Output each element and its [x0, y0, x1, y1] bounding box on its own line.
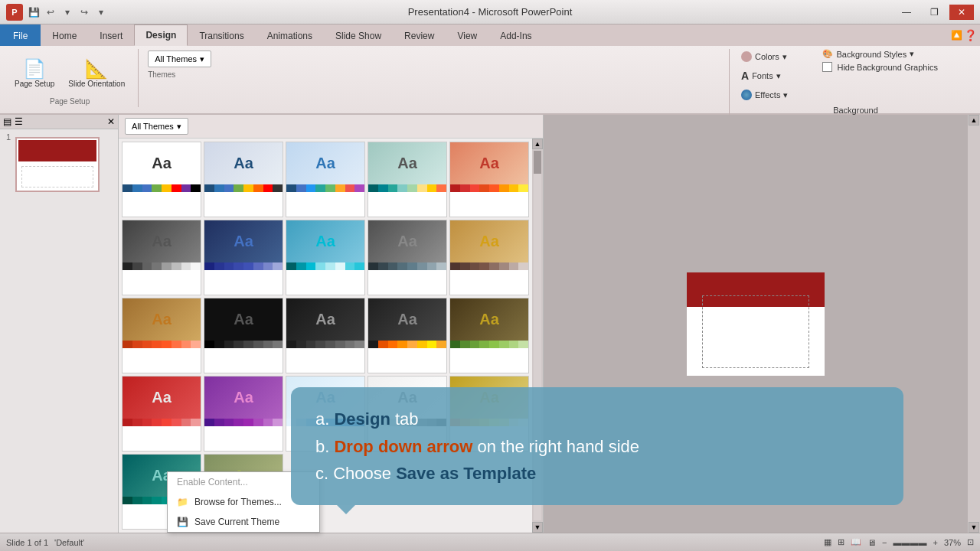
effects-icon [741, 90, 752, 100]
tooltip-b-bold: Drop down arrow [334, 437, 472, 456]
title-bar: P 💾 ↩ ▾ ↪ ▾ Presentation4 - Microsoft Po… [0, 0, 980, 24]
window-title: Presentation4 - Microsoft PowerPoint [408, 6, 573, 18]
tab-view[interactable]: View [446, 24, 488, 46]
tooltip-line-b: b. Drop down arrow on the right hand sid… [315, 433, 879, 460]
tab-slideshow[interactable]: Slide Show [324, 24, 393, 46]
theme-item-5[interactable]: Aa [449, 142, 529, 217]
theme-item-15[interactable]: Aa [449, 298, 529, 373]
theme-item-3[interactable]: Aa [286, 142, 365, 217]
tab-review[interactable]: Review [393, 24, 446, 46]
close-panel-icon[interactable]: ✕ [107, 116, 115, 127]
theme-item-9[interactable]: Aa [368, 220, 447, 295]
page-setup-group-label: Page Setup [50, 97, 90, 107]
tab-home[interactable]: Home [41, 24, 88, 46]
status-bar-right: ▦ ⊞ 📖 🖥 − ▬▬▬▬ + 37% ⊡ [824, 537, 974, 547]
minimize-button[interactable]: — [894, 5, 919, 20]
slides-icon: ▤ [3, 116, 11, 127]
bg-styles-icon: 🎨 [822, 49, 833, 59]
undo-qat-btn[interactable]: ↩ [43, 5, 58, 20]
slide-dotted-box [702, 295, 809, 368]
right-scrollbar[interactable]: ▲ ▼ [968, 115, 980, 533]
effects-button[interactable]: Effects ▾ [737, 87, 792, 103]
tooltip-bubble: a. Design tab b. Drop down arrow on the … [291, 387, 903, 505]
right-scroll-down[interactable]: ▼ [969, 522, 979, 533]
page-setup-btns: 📄 Page Setup 📐 Slide Orientation [9, 49, 130, 97]
redo-qat-btn[interactable]: ↪ [77, 5, 92, 20]
fit-slide-btn[interactable]: ⊡ [967, 537, 974, 547]
background-styles-button[interactable]: 🎨 Background Styles ▾ [822, 49, 937, 59]
colors-button[interactable]: Colors ▾ [737, 49, 792, 64]
slide-panel-header: ▤ ☰ ✕ [0, 115, 118, 129]
bg-styles-label: Background Styles [836, 50, 906, 59]
ribbon-tabs: File Home Insert Design Transitions Anim… [0, 24, 980, 46]
tooltip-line-a: a. Design tab [315, 406, 879, 432]
theme-item-4[interactable]: Aa [368, 142, 447, 217]
page-setup-button[interactable]: 📄 Page Setup [9, 56, 60, 90]
view-sorter-btn[interactable]: ⊞ [838, 537, 844, 547]
fonts-button[interactable]: A Fonts ▾ [737, 67, 792, 84]
effects-dropdown-arrow[interactable]: ▾ [783, 90, 788, 100]
view-presenter-btn[interactable]: 🖥 [867, 538, 876, 547]
maximize-button[interactable]: ❐ [922, 5, 946, 20]
zoom-out-btn[interactable]: − [882, 538, 887, 547]
tooltip-text: a. Design tab b. Drop down arrow on the … [315, 406, 879, 487]
tab-file[interactable]: File [0, 24, 41, 46]
theme-item-17[interactable]: Aa [204, 376, 283, 452]
scroll-thumb[interactable] [534, 151, 541, 174]
theme-item-1[interactable]: Aa [122, 142, 201, 217]
colors-label: Colors [755, 52, 779, 61]
theme-item-2[interactable]: Aa [204, 142, 283, 217]
tab-insert[interactable]: Insert [88, 24, 134, 46]
themes-section-label: Themes [148, 69, 720, 80]
save-current-theme-item[interactable]: 💾 Save Current Theme [168, 512, 319, 532]
colors-dropdown-arrow[interactable]: ▾ [782, 52, 787, 62]
bg-styles-dropdown-arrow[interactable]: ▾ [910, 49, 914, 59]
quick-access-toolbar: 💾 ↩ ▾ ↪ ▾ [26, 5, 109, 20]
tab-addins[interactable]: Add-Ins [488, 24, 543, 46]
zoom-in-btn[interactable]: + [933, 538, 938, 547]
themes-dropdown-arrow: ▾ [200, 54, 204, 64]
theme-item-6[interactable]: Aa [122, 220, 201, 295]
tooltip-b-suffix: on the right hand side [472, 437, 639, 456]
enable-content-label: Enable Content... [177, 477, 248, 487]
theme-item-8[interactable]: Aa [286, 220, 365, 295]
more-qat-btn[interactable]: ▾ [93, 5, 109, 20]
slide-orientation-button[interactable]: 📐 Slide Orientation [63, 56, 130, 90]
close-button[interactable]: ✕ [949, 5, 974, 20]
theme-item-10[interactable]: Aa [449, 220, 529, 295]
right-scroll-up[interactable]: ▲ [969, 115, 979, 126]
fonts-dropdown-arrow[interactable]: ▾ [776, 71, 781, 81]
undo-dropdown-btn[interactable]: ▾ [60, 5, 75, 20]
view-reading-btn[interactable]: 📖 [851, 537, 861, 547]
ribbon-group-page-setup: 📄 Page Setup 📐 Slide Orientation Page Se… [6, 49, 139, 107]
tab-design[interactable]: Design [134, 24, 188, 46]
zoom-slider[interactable]: ▬▬▬▬ [893, 538, 927, 547]
theme-item-14[interactable]: Aa [368, 298, 447, 373]
tab-animations[interactable]: Animations [256, 24, 324, 46]
theme-item-13[interactable]: Aa [286, 298, 365, 373]
slide-panel: ▤ ☰ ✕ 1 [0, 115, 119, 533]
tooltip-a-bold: Design [334, 409, 390, 429]
themes-dropdown-label: All Themes [155, 54, 197, 64]
view-normal-btn[interactable]: ▦ [824, 537, 831, 547]
status-bar: Slide 1 of 1 'Default' ▦ ⊞ 📖 🖥 − ▬▬▬▬ + … [0, 533, 980, 551]
scroll-up-btn[interactable]: ▲ [532, 139, 543, 149]
theme-item-12[interactable]: Aa [204, 298, 283, 373]
theme-item-16[interactable]: Aa [122, 376, 201, 452]
help-btn[interactable]: ❓ [964, 29, 977, 41]
outline-icon: ☰ [15, 116, 23, 127]
themes-panel-dropdown[interactable]: All Themes ▾ [125, 118, 188, 135]
ribbon: File Home Insert Design Transitions Anim… [0, 24, 980, 115]
theme-name: 'Default' [54, 538, 84, 547]
hide-bg-checkbox[interactable] [822, 62, 832, 72]
tooltip-line-c: c. Choose Save as Template [315, 460, 879, 487]
theme-item-11[interactable]: Aa [122, 298, 201, 373]
collapse-ribbon-btn[interactable]: 🔼 [951, 30, 962, 41]
save-qat-btn[interactable]: 💾 [26, 5, 41, 20]
themes-dropdown[interactable]: All Themes ▾ [148, 51, 211, 67]
status-bar-left: Slide 1 of 1 'Default' [6, 538, 84, 547]
slide-thumbnail-1[interactable] [15, 137, 100, 192]
scroll-down-btn[interactable]: ▼ [532, 522, 543, 533]
tab-transitions[interactable]: Transitions [188, 24, 255, 46]
theme-item-7[interactable]: Aa [204, 220, 283, 295]
